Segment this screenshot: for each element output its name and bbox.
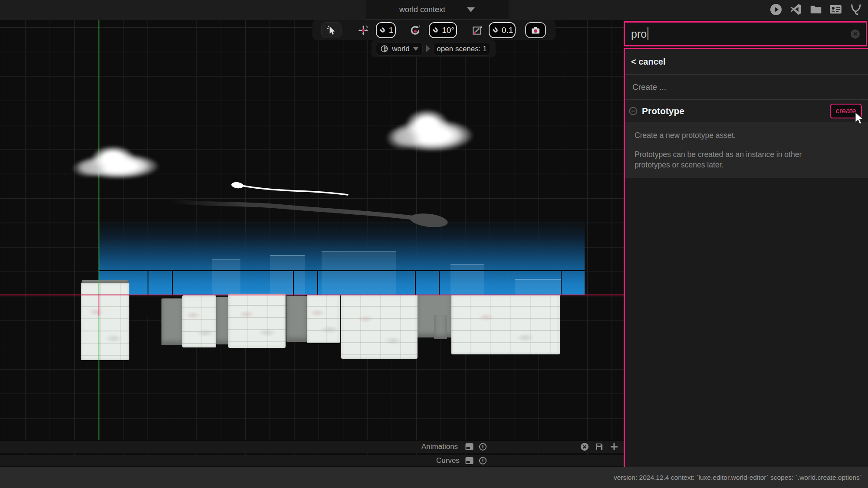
minus-circle-icon bbox=[629, 107, 638, 115]
world-icon bbox=[380, 45, 388, 53]
profile-button[interactable] bbox=[829, 3, 842, 16]
chevron-down-icon bbox=[467, 7, 475, 12]
description-line-2: Prototypes can be created as an instance… bbox=[635, 150, 835, 170]
camera-icon bbox=[530, 25, 541, 36]
create-section-header: Create ... bbox=[625, 75, 868, 100]
prototype-item[interactable]: Prototype create bbox=[625, 100, 868, 122]
snap-move-value: 1 bbox=[389, 26, 394, 35]
code-editor-button[interactable] bbox=[789, 3, 802, 16]
prototype-description: Create a new prototype asset. Prototypes… bbox=[625, 122, 868, 178]
circle-bar-icon bbox=[479, 457, 487, 465]
animations-clear-button[interactable] bbox=[580, 442, 589, 451]
play-icon bbox=[770, 3, 782, 16]
scale-icon bbox=[471, 25, 483, 36]
white-stroke bbox=[237, 185, 348, 195]
magnet-icon bbox=[377, 24, 388, 36]
folder-icon bbox=[810, 3, 822, 16]
snap-scale-value: 0.1 bbox=[502, 26, 513, 35]
prototype-title: Prototype bbox=[642, 106, 684, 116]
create-menu: < cancel Create ... Prototype create Cre… bbox=[624, 48, 868, 467]
move-tool-button[interactable] bbox=[353, 22, 373, 38]
id-card-icon bbox=[829, 3, 842, 16]
save-icon bbox=[595, 443, 603, 451]
snap-rotate-value: 10° bbox=[442, 26, 454, 35]
select-tool-button[interactable] bbox=[321, 22, 342, 38]
plus-icon bbox=[610, 442, 618, 451]
animations-label: Animations bbox=[421, 441, 458, 453]
rotate-icon bbox=[409, 24, 421, 36]
status-bar: version: 2024.12.4 context: `luxe.editor… bbox=[0, 467, 868, 488]
luxe-logo-icon[interactable] bbox=[849, 3, 862, 16]
open-scenes-label: open scenes: 1 bbox=[437, 45, 487, 53]
panel-icon bbox=[465, 457, 473, 465]
gray-stroke bbox=[168, 200, 423, 219]
description-line-1: Create a new prototype asset. bbox=[635, 131, 835, 141]
chevron-down-icon bbox=[413, 47, 418, 51]
world-label: world bbox=[392, 45, 410, 53]
curves-info-toggle[interactable] bbox=[479, 457, 487, 465]
create-button[interactable]: create bbox=[830, 104, 862, 118]
animations-save-button[interactable] bbox=[595, 443, 603, 451]
close-circle-icon bbox=[580, 442, 589, 451]
luxe-editor-window: 1 10° bbox=[0, 0, 868, 488]
animations-panel-toggle[interactable] bbox=[465, 443, 473, 451]
luxe-logo-glyph bbox=[850, 3, 862, 16]
animations-add-button[interactable] bbox=[610, 442, 618, 451]
snap-scale-pill[interactable]: 0.1 bbox=[489, 22, 516, 38]
screenshot-button[interactable] bbox=[525, 22, 546, 38]
clear-search-icon[interactable] bbox=[851, 29, 860, 39]
panel-icon bbox=[465, 443, 473, 451]
rotate-tool-button[interactable] bbox=[405, 22, 425, 38]
files-button[interactable] bbox=[809, 3, 822, 16]
magnet-icon bbox=[430, 24, 441, 36]
world-context-dropdown[interactable]: world context bbox=[365, 0, 509, 20]
curves-label: Curves bbox=[436, 455, 460, 466]
animations-info-toggle[interactable] bbox=[479, 443, 487, 451]
snap-move-pill[interactable]: 1 bbox=[376, 22, 396, 38]
circle-bar-icon bbox=[479, 443, 487, 451]
top-bar: world context bbox=[0, 0, 868, 20]
breadcrumb-arrow-icon bbox=[426, 45, 430, 52]
brush-strokes bbox=[0, 20, 624, 467]
context-label: world context bbox=[399, 5, 445, 14]
cancel-label: < cancel bbox=[631, 57, 666, 67]
create-button-label: create bbox=[835, 107, 856, 115]
gray-stroke-end bbox=[409, 212, 448, 229]
scene-canvas[interactable]: 1 10° bbox=[0, 20, 624, 467]
create-header-label: Create ... bbox=[632, 82, 666, 92]
open-scenes-button[interactable]: open scenes: 1 bbox=[433, 42, 490, 56]
curves-row: Curves bbox=[0, 455, 624, 467]
curves-panel-toggle[interactable] bbox=[465, 457, 473, 465]
magnet-icon bbox=[490, 24, 501, 36]
vscode-icon bbox=[790, 3, 802, 15]
scale-tool-button[interactable] bbox=[467, 22, 487, 38]
cancel-button[interactable]: < cancel bbox=[625, 49, 868, 75]
world-dropdown[interactable]: world bbox=[376, 42, 423, 56]
search-input[interactable]: pro bbox=[624, 21, 867, 46]
cursor-icon bbox=[326, 25, 337, 36]
version-context-text: version: 2024.12.4 context: `luxe.editor… bbox=[614, 474, 862, 481]
move-icon bbox=[357, 24, 369, 36]
text-caret bbox=[648, 27, 648, 40]
search-value: pro bbox=[631, 28, 647, 40]
snap-rotate-pill[interactable]: 10° bbox=[429, 22, 457, 38]
play-button[interactable] bbox=[769, 3, 782, 16]
animations-row: Animations bbox=[0, 440, 624, 453]
